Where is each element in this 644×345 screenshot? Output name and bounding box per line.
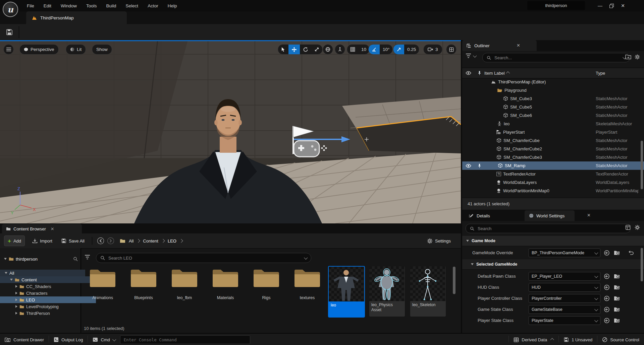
viewport-options-menu[interactable] xyxy=(3,44,14,55)
outliner-row[interactable]: leo SkeletalMeshActor xyxy=(462,120,640,128)
content-drawer-button[interactable]: Content Drawer xyxy=(0,334,49,345)
folder-blueprints[interactable]: Blueprints xyxy=(123,267,164,300)
rotate-tool[interactable] xyxy=(300,45,311,54)
perspective-dropdown[interactable]: Perspective xyxy=(19,44,59,55)
section-selected-gamemode[interactable]: Selected GameMode xyxy=(462,259,644,270)
world-settings-search-input[interactable] xyxy=(477,226,626,231)
menu-select[interactable]: Select xyxy=(121,1,143,11)
forward-button[interactable] xyxy=(106,236,115,245)
scale-tool[interactable] xyxy=(311,45,322,54)
player-state-class-dropdown[interactable]: PlayerState xyxy=(529,316,600,325)
scale-snap-value[interactable]: 0.25 xyxy=(404,45,419,54)
use-selected-icon[interactable] xyxy=(603,249,610,257)
menu-tools[interactable]: Tools xyxy=(82,1,102,11)
folder-animations[interactable]: Animations xyxy=(82,267,123,300)
folder-textures[interactable]: textures xyxy=(287,267,328,300)
outliner-row[interactable]: SM_Cube6 StaticMeshActor xyxy=(462,111,640,120)
use-selected-icon[interactable] xyxy=(603,284,610,291)
outliner-search[interactable] xyxy=(482,53,630,62)
default-pawn-class-dropdown[interactable]: EP_Player_LEO xyxy=(529,272,600,281)
tree-item-content[interactable]: Content xyxy=(0,276,91,283)
camera-speed-control[interactable]: 3 xyxy=(423,44,442,55)
outliner-row[interactable]: SM_ChamferCube2 StaticMeshActor xyxy=(462,145,640,153)
breadcrumb-content[interactable]: Content xyxy=(143,238,158,244)
save-all-button[interactable]: Save All xyxy=(58,236,88,246)
lit-mode-dropdown[interactable]: Lit xyxy=(66,44,86,55)
details-settings-gear-icon[interactable] xyxy=(635,225,640,230)
new-folder-icon[interactable] xyxy=(625,54,631,59)
world-local-space-toggle[interactable] xyxy=(323,44,333,55)
restore-button[interactable] xyxy=(606,1,617,10)
browse-to-asset-icon[interactable] xyxy=(613,284,621,291)
world-settings-tab[interactable]: World Settings xyxy=(525,210,575,221)
browse-to-asset-icon[interactable] xyxy=(613,273,621,280)
source-thirdperson[interactable]: thirdperson xyxy=(0,256,80,262)
output-log-button[interactable]: Output Log xyxy=(49,334,88,345)
browse-to-asset-icon[interactable] xyxy=(613,317,621,324)
asset-search[interactable] xyxy=(96,253,311,263)
eye-icon[interactable] xyxy=(462,71,474,75)
outliner-row[interactable]: ThirdPersonMap (Editor) xyxy=(462,78,640,86)
show-dropdown[interactable]: Show xyxy=(92,44,112,55)
outliner-row[interactable]: SM_ChamferCube3 StaticMeshActor xyxy=(462,153,640,161)
level-viewport[interactable]: Z X Y Perspective Lit Show xyxy=(0,40,461,223)
breadcrumb-all[interactable]: All xyxy=(129,238,133,244)
close-icon[interactable]: ✕ xyxy=(51,226,54,231)
reset-to-default-icon[interactable] xyxy=(627,249,635,257)
world-settings-search[interactable] xyxy=(466,224,631,233)
surface-snapping-toggle[interactable] xyxy=(335,44,345,55)
outliner-settings-gear-icon[interactable] xyxy=(635,54,640,60)
close-icon[interactable]: ✕ xyxy=(517,43,520,48)
pin-icon[interactable] xyxy=(474,163,484,168)
outliner-search-input[interactable] xyxy=(494,55,620,61)
section-game-mode[interactable]: Game Mode xyxy=(462,236,644,246)
cmd-dropdown[interactable]: Cmd xyxy=(88,334,120,345)
use-selected-icon[interactable] xyxy=(603,273,610,280)
maximize-viewport-button[interactable] xyxy=(446,44,457,55)
outliner-row[interactable]: Playground xyxy=(462,86,640,94)
outliner-row[interactable]: Tt TextRenderActor TextRenderActor xyxy=(462,170,640,178)
menu-actor[interactable]: Actor xyxy=(143,1,163,11)
player-controller-class-dropdown[interactable]: PlayerController xyxy=(529,294,600,303)
menu-file[interactable]: File xyxy=(22,1,39,11)
derived-data-button[interactable]: Derived Data xyxy=(509,334,558,345)
browse-to-asset-icon[interactable] xyxy=(613,295,621,302)
display-options-icon[interactable] xyxy=(625,225,631,230)
menu-edit[interactable]: Edit xyxy=(39,1,56,11)
close-button[interactable]: ✕ xyxy=(617,1,629,10)
column-type[interactable]: Type xyxy=(596,71,605,76)
outliner-row[interactable]: WorldDataLayers WorldDataLayers xyxy=(462,178,640,187)
details-scrollbar[interactable] xyxy=(641,248,643,281)
menu-build[interactable]: Build xyxy=(102,1,121,11)
save-button[interactable] xyxy=(3,26,15,38)
console-command-input[interactable] xyxy=(123,337,247,343)
rotation-snap-value[interactable]: 10° xyxy=(380,45,392,54)
column-item-label[interactable]: Item Label xyxy=(484,71,509,76)
browse-to-asset-icon[interactable] xyxy=(613,249,621,257)
menu-window[interactable]: Window xyxy=(56,1,82,11)
outliner-row[interactable]: WorldPartitionMiniMap0 WorldPartitionMin… xyxy=(462,187,640,195)
source-control-button[interactable]: Source Control xyxy=(597,334,644,345)
asset-search-input[interactable] xyxy=(108,255,302,261)
outliner-row-selected[interactable]: SM_Ramp StaticMeshActor xyxy=(462,161,644,170)
select-tool[interactable] xyxy=(278,45,288,54)
content-browser-tab[interactable]: Content Browser ✕ xyxy=(2,224,82,233)
eye-icon[interactable] xyxy=(462,164,474,168)
use-selected-icon[interactable] xyxy=(603,317,610,324)
rotation-snap-toggle[interactable] xyxy=(369,45,380,54)
folder-leo-fbm[interactable]: leo_fbm xyxy=(164,267,205,300)
console-command-field[interactable] xyxy=(120,335,250,344)
outliner-scrollbar[interactable] xyxy=(641,141,643,189)
outliner-row[interactable]: SM_ChamferCube StaticMeshActor xyxy=(462,136,640,145)
use-selected-icon[interactable] xyxy=(603,295,610,302)
scale-snap-toggle[interactable] xyxy=(393,45,404,54)
details-tab[interactable]: Details xyxy=(464,210,494,221)
browse-to-asset-icon[interactable] xyxy=(613,306,621,313)
folder-rigs[interactable]: Rigs xyxy=(246,267,287,300)
tab-thirdpersonmap[interactable]: ThirdPersonMap xyxy=(26,11,127,24)
move-tool[interactable] xyxy=(288,45,300,54)
search-icon[interactable] xyxy=(73,257,78,261)
import-button[interactable]: Import xyxy=(29,236,56,246)
asset-grid-scrollbar[interactable] xyxy=(453,267,455,294)
outliner-filter[interactable] xyxy=(466,54,476,58)
